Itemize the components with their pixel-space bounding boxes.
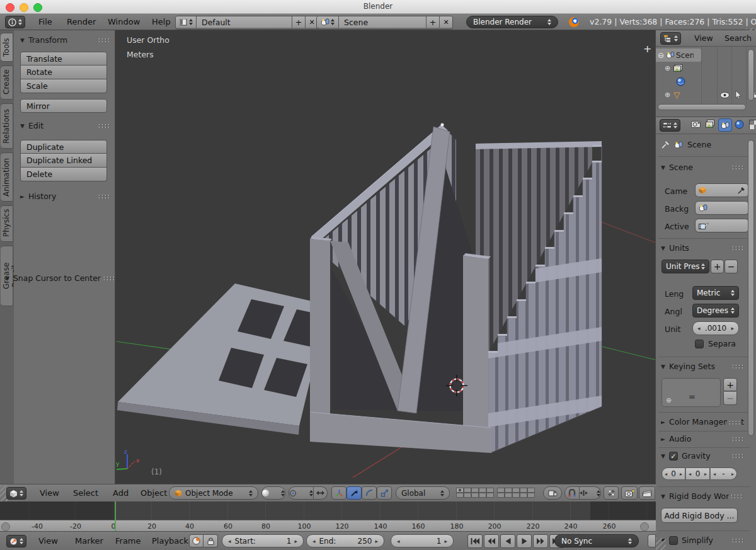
increment-arrow-icon[interactable]: ▸ <box>704 471 707 477</box>
tab-world[interactable] <box>735 120 745 129</box>
delete-scene-button[interactable]: ✕ <box>439 16 452 28</box>
render-engine-dropdown[interactable]: Blender Render <box>466 16 558 28</box>
panel-grip[interactable] <box>731 538 743 542</box>
close-window-button[interactable] <box>6 3 14 12</box>
av-sync-dropdown[interactable]: No Sync <box>554 534 639 547</box>
panel-grip[interactable] <box>98 194 110 198</box>
scale-manipulator-button[interactable] <box>377 486 392 500</box>
panel-grip[interactable] <box>731 165 743 169</box>
preview-range-toggle[interactable] <box>189 534 203 547</box>
decrement-arrow-icon[interactable]: ◂ <box>397 538 400 544</box>
snap-target-button[interactable] <box>604 486 619 500</box>
increment-arrow-icon[interactable]: ▸ <box>294 538 297 544</box>
last-operator-panel-header[interactable]: ▼ Snap Cursor to Center <box>5 273 101 283</box>
lock-to-scene-button[interactable] <box>543 486 562 500</box>
decrement-arrow-icon[interactable]: ◂ <box>312 538 316 544</box>
menu-search[interactable]: Search <box>718 30 756 46</box>
unit-presets-dropdown[interactable]: Unit Pres <box>662 260 709 273</box>
remove-unit-preset-button[interactable]: − <box>724 260 738 273</box>
panel-grip[interactable] <box>98 38 110 42</box>
start-frame-field[interactable]: ◂ Start: 1 ▸ <box>222 534 304 547</box>
simplify-checkbox[interactable] <box>669 536 678 545</box>
menu-view[interactable]: View <box>32 532 65 550</box>
visibility-eye-icon[interactable] <box>720 92 730 98</box>
decrement-arrow-icon[interactable]: ◂ <box>665 471 667 477</box>
panel-header-scene[interactable]: ▼Scene <box>661 163 693 172</box>
panel-header-simplify[interactable]: ▼ Simplify <box>661 536 713 545</box>
rotate-button[interactable]: Rotate <box>20 66 107 79</box>
menu-add[interactable]: Add <box>106 485 135 501</box>
gravity-z-field[interactable]: ◂ - ▸ <box>711 467 737 480</box>
clipped-header-button[interactable] <box>648 534 656 547</box>
rotate-manipulator-button[interactable] <box>362 486 377 500</box>
decrement-arrow-icon[interactable]: ◂ <box>228 538 231 544</box>
tab-create[interactable]: Create <box>1 66 13 100</box>
pin-icon[interactable] <box>661 140 670 149</box>
panel-header-audio[interactable]: ►Audio <box>661 434 691 444</box>
viewport-canvas[interactable] <box>115 30 655 484</box>
add-scene-button[interactable]: + <box>426 16 439 28</box>
layer-group-1[interactable] <box>456 488 494 498</box>
separate-units-checkbox[interactable] <box>695 340 704 348</box>
properties-vertical-scrollbar[interactable] <box>748 140 754 436</box>
menu-playback[interactable]: Playback <box>145 532 195 550</box>
tab-render[interactable] <box>691 120 702 129</box>
manipulate-center-points-toggle[interactable] <box>314 486 328 500</box>
increment-arrow-icon[interactable]: ▸ <box>375 538 378 544</box>
layers-widget[interactable] <box>456 488 535 498</box>
scene-name-field[interactable]: Scene <box>338 16 426 28</box>
keying-set-remove-button[interactable]: − <box>723 392 737 405</box>
tab-animation[interactable]: Animation <box>1 152 13 202</box>
panel-header-history[interactable]: ►History <box>20 192 56 201</box>
decrement-arrow-icon[interactable]: ◂ <box>713 471 716 477</box>
add-unit-preset-button[interactable]: + <box>711 260 724 273</box>
playhead[interactable] <box>115 501 116 531</box>
panel-grip[interactable] <box>103 276 115 280</box>
opengl-render-button[interactable] <box>621 486 638 500</box>
translate-manipulator-button[interactable] <box>346 486 362 500</box>
decrement-arrow-icon[interactable]: ◂ <box>689 471 691 477</box>
panel-grip[interactable] <box>731 454 743 458</box>
play-reverse-button[interactable] <box>500 534 515 548</box>
ruler-scroll-left-cap[interactable] <box>1 522 10 531</box>
menu-help[interactable]: Help <box>145 14 178 30</box>
manipulator-toggle-button[interactable] <box>331 486 346 500</box>
mode-dropdown[interactable]: Object Mode <box>169 486 258 500</box>
editor-type-outliner-button[interactable] <box>660 32 681 45</box>
snap-element-dropdown[interactable] <box>580 486 601 500</box>
panel-header-gravity[interactable]: ▼ ✓ Gravity <box>661 451 711 461</box>
panel-header-edit[interactable]: ▼Edit <box>20 121 43 130</box>
gravity-x-field[interactable]: ◂ 0 ▸ <box>662 467 685 480</box>
timeline-ruler[interactable]: -40 -20 0 20 40 60 80 100 120 140 160 18… <box>0 520 656 531</box>
end-frame-field[interactable]: ◂ End: 250 ▸ <box>306 534 384 547</box>
shading-dropdown[interactable] <box>261 486 285 500</box>
outliner-vertical-scrollbar[interactable] <box>748 49 754 101</box>
duplicate-linked-button[interactable]: Duplicate Linked <box>20 154 107 168</box>
outliner-horizontal-scrollbar[interactable] <box>658 104 746 110</box>
menu-render[interactable]: Render <box>60 14 103 30</box>
menu-marker[interactable]: Marker <box>68 532 110 550</box>
panel-header-keying-sets[interactable]: ▼Keying Sets <box>661 362 715 371</box>
panel-grip[interactable] <box>98 123 110 128</box>
panel-grip[interactable] <box>731 246 743 250</box>
editor-type-properties-button[interactable] <box>660 119 680 132</box>
tab-tools[interactable]: Tools <box>1 33 13 62</box>
viewport-3d[interactable]: User Ortho Meters + z y x (1) <box>115 30 655 484</box>
area-resize-grip[interactable] <box>656 538 666 550</box>
unit-scale-field[interactable]: ◂ .0010 ▸ <box>692 321 739 335</box>
screen-layout-browse-button[interactable] <box>176 16 196 28</box>
outliner-row-mesh-object[interactable]: ⊕ ▽ <box>665 88 756 101</box>
editor-type-info-button[interactable] <box>5 16 25 28</box>
increment-arrow-icon[interactable]: ▸ <box>731 471 734 477</box>
menu-view[interactable]: View <box>687 30 720 46</box>
tab-scene-active[interactable] <box>718 118 732 132</box>
length-dropdown[interactable]: Metric <box>692 286 739 300</box>
selectability-cursor-icon[interactable] <box>735 91 742 99</box>
editor-type-timeline-button[interactable] <box>6 535 26 547</box>
delete-button[interactable]: Delete <box>20 168 107 181</box>
panel-header-units[interactable]: ▼Units <box>661 243 689 253</box>
mirror-button[interactable]: Mirror <box>20 99 107 113</box>
collapse-circle-icon[interactable]: ⊖ <box>658 51 664 60</box>
panel-grip[interactable] <box>731 437 743 441</box>
pivot-point-dropdown[interactable] <box>289 486 314 500</box>
